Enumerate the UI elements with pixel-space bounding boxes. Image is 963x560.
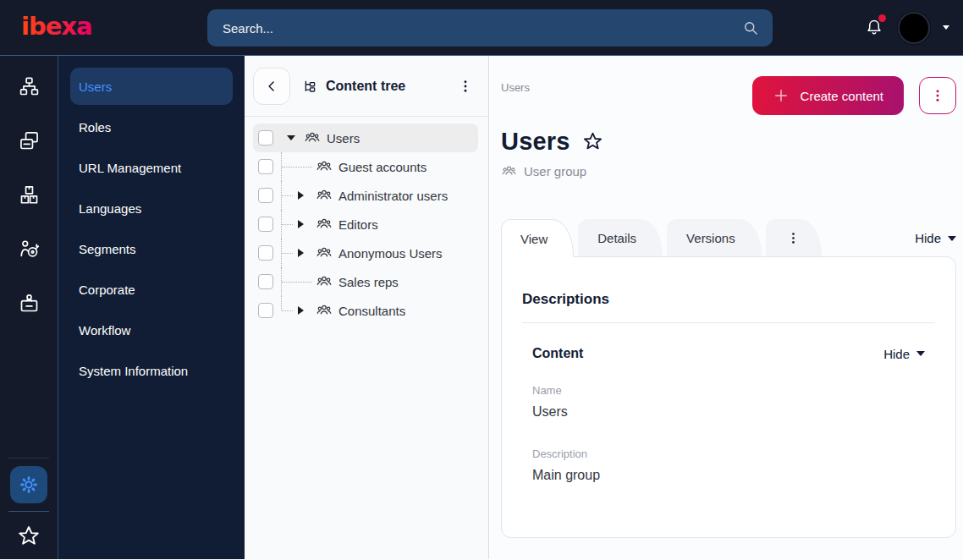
user-group-icon bbox=[316, 273, 333, 290]
collapse-node-icon[interactable] bbox=[287, 135, 295, 140]
tab-view[interactable]: View bbox=[501, 219, 574, 257]
sidebar-item-users[interactable]: Users bbox=[70, 68, 233, 105]
hide-tabs-button[interactable]: Hide bbox=[915, 231, 956, 245]
tree-item-label: Editors bbox=[338, 217, 378, 232]
content-tree-panel: Content tree bbox=[245, 56, 489, 559]
user-group-icon bbox=[304, 129, 321, 146]
ibexa-logo[interactable]: ibexa bbox=[20, 11, 115, 45]
rail-divider bbox=[8, 458, 49, 458]
global-search[interactable] bbox=[207, 9, 773, 47]
tree-row-administrator-users[interactable]: Administrator users bbox=[253, 181, 478, 210]
tree-connector bbox=[273, 296, 316, 325]
rail-item-admin[interactable] bbox=[18, 292, 41, 315]
tree-item-label: Administrator users bbox=[338, 189, 448, 203]
tab-versions[interactable]: Versions bbox=[667, 219, 762, 256]
tree-checkbox[interactable] bbox=[258, 217, 273, 232]
sidebar-item-roles[interactable]: Roles bbox=[70, 108, 233, 145]
create-content-label: Create content bbox=[801, 89, 883, 103]
field-value: Main group bbox=[532, 468, 925, 483]
tree-row-anonymous-users[interactable]: Anonymous Users bbox=[253, 239, 478, 267]
settings-button-active[interactable] bbox=[10, 466, 47, 503]
tree-row-users[interactable]: Users bbox=[253, 124, 478, 152]
chevron-left-icon bbox=[263, 78, 280, 95]
tree-row-sales-reps[interactable]: Sales reps bbox=[253, 267, 478, 296]
tree-checkbox[interactable] bbox=[258, 188, 273, 203]
bookmarks-button[interactable] bbox=[16, 524, 41, 549]
field-label: Description bbox=[532, 447, 925, 460]
user-group-icon bbox=[316, 244, 333, 261]
user-group-icon bbox=[316, 158, 333, 175]
sidebar-item-label: Roles bbox=[79, 120, 111, 135]
more-actions-button[interactable] bbox=[919, 77, 956, 114]
sitemap-icon bbox=[18, 75, 41, 98]
tree-checkbox[interactable] bbox=[258, 274, 273, 289]
tree-item-label: Anonymous Users bbox=[338, 246, 443, 261]
content-tree-icon bbox=[302, 79, 318, 95]
rail-item-pages[interactable] bbox=[18, 129, 41, 152]
field-name: Name Users bbox=[522, 384, 935, 420]
tree-connector bbox=[273, 239, 316, 267]
tree-item-label: Users bbox=[327, 131, 360, 145]
search-input[interactable] bbox=[221, 20, 742, 36]
tree-item-label: Consultants bbox=[338, 304, 405, 318]
breadcrumb-item[interactable]: Users bbox=[501, 81, 530, 94]
bookmark-star-icon[interactable] bbox=[581, 130, 604, 153]
tree-checkbox[interactable] bbox=[258, 159, 273, 174]
search-icon[interactable] bbox=[742, 19, 759, 36]
hide-label: Hide bbox=[915, 231, 941, 245]
descriptions-heading: Descriptions bbox=[522, 291, 935, 308]
tree-item-label: Guest accounts bbox=[338, 160, 426, 174]
field-value: Users bbox=[532, 404, 925, 420]
expand-node-icon[interactable] bbox=[298, 249, 304, 257]
content-tree: Users Guest accounts bbox=[253, 124, 480, 325]
sidebar-item-languages[interactable]: Languages bbox=[70, 189, 233, 227]
logo-text: ibexa bbox=[21, 12, 92, 41]
main-content: Users Create content Users bbox=[489, 56, 963, 559]
plus-icon bbox=[773, 87, 790, 104]
expand-node-icon[interactable] bbox=[298, 306, 304, 315]
sidebar-item-label: System Information bbox=[79, 364, 188, 378]
create-content-button[interactable]: Create content bbox=[752, 76, 904, 115]
content-type: User group bbox=[501, 163, 956, 179]
sidebar-item-segments[interactable]: Segments bbox=[70, 230, 233, 267]
content-tree-title-label: Content tree bbox=[326, 79, 405, 94]
rail-item-personalization[interactable] bbox=[18, 238, 41, 261]
breadcrumb[interactable]: Users bbox=[501, 81, 530, 94]
rail-item-commerce[interactable] bbox=[18, 184, 41, 206]
sidebar-item-workflow[interactable]: Workflow bbox=[70, 311, 233, 349]
user-menu-caret-icon[interactable] bbox=[943, 25, 949, 30]
caret-down-icon bbox=[948, 236, 956, 241]
expand-node-icon[interactable] bbox=[298, 220, 304, 228]
hide-content-group-button[interactable]: Hide bbox=[883, 347, 925, 361]
caret-down-icon bbox=[916, 351, 925, 356]
tree-row-guest-accounts[interactable]: Guest accounts bbox=[253, 152, 478, 181]
expand-node-icon[interactable] bbox=[298, 191, 304, 200]
tab-details[interactable]: Details bbox=[578, 219, 663, 256]
main-menu-rail bbox=[0, 56, 58, 559]
sidebar-item-url-management[interactable]: URL Management bbox=[70, 149, 233, 186]
collapse-tree-button[interactable] bbox=[253, 68, 290, 105]
tab-more-button[interactable] bbox=[766, 219, 822, 256]
tree-checkbox[interactable] bbox=[258, 130, 273, 145]
pages-icon bbox=[18, 129, 41, 152]
sidebar-item-system-information[interactable]: System Information bbox=[70, 352, 233, 389]
tree-checkbox[interactable] bbox=[258, 303, 273, 318]
rail-item-content[interactable] bbox=[18, 75, 41, 98]
topbar-right-cluster bbox=[863, 12, 949, 44]
sidebar-item-label: Languages bbox=[79, 201, 141, 216]
sidebar-item-label: Corporate bbox=[79, 283, 135, 297]
tab-label: View bbox=[520, 232, 548, 246]
tree-divider bbox=[245, 116, 488, 117]
tree-options-button[interactable] bbox=[458, 79, 473, 94]
content-group-heading: Content bbox=[532, 346, 583, 361]
sidebar-item-corporate[interactable]: Corporate bbox=[70, 271, 233, 308]
tree-connector bbox=[273, 210, 316, 239]
tree-row-editors[interactable]: Editors bbox=[253, 210, 478, 239]
notifications-button[interactable] bbox=[863, 17, 885, 39]
tree-checkbox[interactable] bbox=[258, 245, 273, 261]
sidebar-item-label: URL Management bbox=[79, 161, 181, 175]
user-group-icon bbox=[316, 187, 333, 204]
user-group-icon bbox=[501, 163, 517, 179]
avatar[interactable] bbox=[898, 12, 930, 44]
tree-row-consultants[interactable]: Consultants bbox=[253, 296, 478, 325]
